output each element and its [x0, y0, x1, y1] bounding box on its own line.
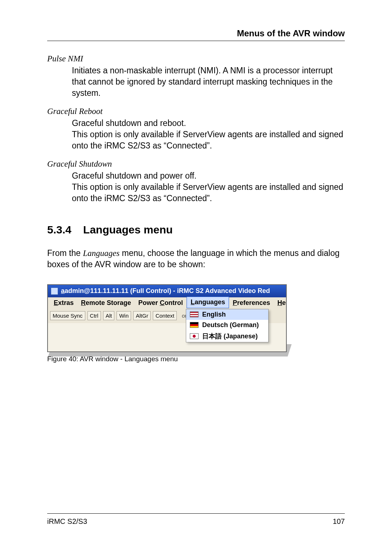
footer-left: iRMC S2/S3 — [47, 517, 87, 526]
page-header: Menus of the AVR window — [47, 28, 345, 41]
menu-pref-rest: references — [237, 299, 270, 306]
menu-help-ul: H — [277, 299, 282, 306]
figure-screenshot: aadmin@111.11.11.11 (Full Control) - iRM… — [47, 284, 287, 352]
page-footer: iRMC S2/S3 107 — [47, 513, 345, 526]
menu-lang-ul: L — [191, 298, 195, 306]
menubar: Extras Remote Storage Power Control Lang… — [48, 297, 286, 308]
flag-jp-icon — [190, 333, 199, 339]
btn-mouse-sync[interactable]: Mouse Sync — [50, 311, 85, 320]
menu-power-ul: C — [160, 299, 164, 306]
lang-item-german[interactable]: Deutsch (German) — [186, 320, 268, 330]
menu-preferences[interactable]: Preferences — [229, 297, 274, 308]
menu-languages[interactable]: Languages — [187, 297, 229, 308]
menu-power-post: ontrol — [164, 299, 183, 306]
window-titlebar: aadmin@111.11.11.11 (Full Control) - iRM… — [48, 285, 286, 297]
btn-alt[interactable]: Alt — [103, 311, 115, 320]
lang-item-japanese[interactable]: 日本語 (Japanese) — [186, 330, 268, 342]
flag-en-icon — [190, 311, 199, 317]
menu-lang-rest: anguages — [195, 298, 225, 306]
section-heading: 5.3.4 Languages menu — [47, 224, 345, 236]
menu-remote-ul: R — [81, 299, 86, 306]
flag-de-icon — [190, 322, 199, 328]
btn-win[interactable]: Win — [117, 311, 131, 320]
menu-extras-rest: xtras — [58, 299, 74, 306]
term-pulse-nmi: Pulse NMI — [47, 54, 345, 64]
term-graceful-shutdown: Graceful Shutdown — [47, 159, 345, 169]
def-graceful-reboot: Graceful shutdown and reboot. This optio… — [72, 118, 345, 151]
lang-label-japanese: 日本語 (Japanese) — [202, 332, 258, 341]
menu-power-pre: Power — [138, 299, 160, 306]
languages-dropdown: English Deutsch (German) 日本語 (Japanese) — [186, 309, 269, 342]
def-graceful-shutdown: Graceful shutdown and power off. This op… — [72, 170, 345, 204]
window-title-text: admin@111.11.11.11 (Full Control) - iRMC… — [65, 287, 270, 294]
btn-ctrl[interactable]: Ctrl — [87, 311, 101, 320]
lang-label-english: English — [202, 311, 226, 318]
footer-page-number: 107 — [333, 517, 345, 526]
title-prefix-a: a — [61, 287, 65, 294]
section-number: 5.3.4 — [47, 224, 72, 236]
def-pulse-nmi: Initiates a non-maskable interrupt (NMI)… — [72, 65, 345, 99]
menu-help-rest: elp — [282, 299, 287, 306]
lang-item-english[interactable]: English — [186, 309, 268, 320]
menu-pref-ul: P — [233, 299, 237, 306]
menu-extras-ul: E — [54, 299, 58, 306]
app-window: aadmin@111.11.11.11 (Full Control) - iRM… — [47, 284, 287, 352]
intro-pre: From the — [47, 248, 83, 258]
section-title: Languages menu — [83, 224, 173, 236]
term-graceful-reboot: Graceful Reboot — [47, 107, 345, 116]
intro-emph: Languages — [83, 249, 119, 258]
section-intro: From the Languages menu, choose the lang… — [47, 248, 345, 270]
def-shutdown-line1: Graceful shutdown and power off. — [72, 171, 197, 180]
menu-remote-rest: emote Storage — [86, 299, 131, 306]
app-icon — [51, 288, 58, 295]
btn-context[interactable]: Context — [153, 311, 177, 320]
btn-altgr[interactable]: AltGr — [133, 311, 151, 320]
menu-help[interactable]: Help — [274, 297, 287, 308]
menu-power-control[interactable]: Power Control — [135, 297, 187, 308]
def-reboot-line2: This option is only available if ServerV… — [72, 130, 343, 150]
def-reboot-line1: Graceful shutdown and reboot. — [72, 118, 186, 128]
def-shutdown-line2: This option is only available if ServerV… — [72, 182, 343, 203]
menu-extras[interactable]: Extras — [50, 297, 77, 308]
lang-label-german: Deutsch (German) — [202, 321, 259, 329]
menu-remote-storage[interactable]: Remote Storage — [77, 297, 135, 308]
